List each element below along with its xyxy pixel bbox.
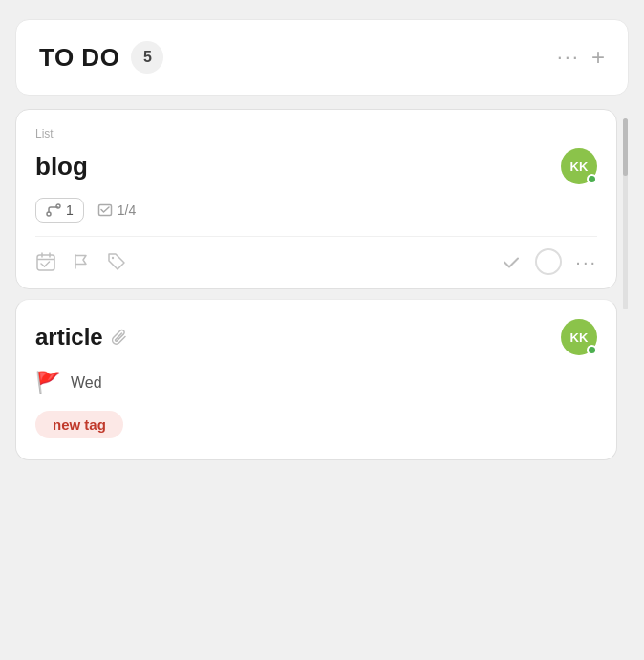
header-left: TO DO 5 [39,41,163,74]
checklist-count: 1/4 [118,202,136,218]
subtask-pill[interactable]: 1 [35,198,84,223]
article-avatar: KK [561,319,597,355]
article-card-title: article [35,324,103,351]
card-more-options[interactable]: ··· [575,251,597,273]
blog-card-title: blog [35,152,88,181]
article-avatar-dot [587,345,597,355]
header-actions: ··· + [557,46,605,69]
checklist-meta: 1/4 [97,202,136,218]
avatar-online-dot [587,174,597,184]
scrollbar[interactable] [621,109,629,460]
svg-point-4 [112,257,114,259]
add-item-button[interactable]: + [591,46,605,69]
tag-icon[interactable] [106,251,127,272]
header-card: TO DO 5 ··· + [15,19,629,96]
article-title-row: article KK [35,319,597,355]
avatar: KK [561,148,597,184]
calendar-icon[interactable] [35,251,56,272]
priority-circle[interactable] [535,248,562,275]
avatar-initials: KK [570,160,589,174]
subtask-icon [46,202,61,218]
article-meta: 🚩 Wed [35,371,597,395]
complete-button[interactable] [501,251,522,272]
article-avatar-initials: KK [570,330,589,345]
article-flag-icon: 🚩 [35,371,61,395]
article-date: Wed [71,374,102,392]
card-toolbar: ··· [35,236,597,275]
scrollbar-track [623,118,628,309]
article-title-group: article [35,324,128,351]
more-options-button[interactable]: ··· [557,47,580,68]
cards-container: List blog KK [15,109,617,460]
main-area: List blog KK [15,109,629,460]
new-tag-badge[interactable]: new tag [35,411,123,438]
article-card: article KK 🚩 Wed new tag [15,299,617,460]
toolbar-right: ··· [501,248,597,275]
card-list-label: List [35,127,597,140]
subtask-count: 1 [66,202,74,218]
checklist-icon [97,202,113,218]
svg-rect-3 [37,255,54,270]
card-title-row: blog KK [35,148,597,184]
scrollbar-thumb[interactable] [623,118,628,176]
blog-card: List blog KK [15,109,617,289]
toolbar-left [35,251,127,272]
attachment-icon [111,329,128,346]
count-badge: 5 [131,41,163,74]
flag-icon[interactable] [72,252,91,271]
card-meta: 1 1/4 [35,198,597,223]
page-title: TO DO [39,43,119,73]
